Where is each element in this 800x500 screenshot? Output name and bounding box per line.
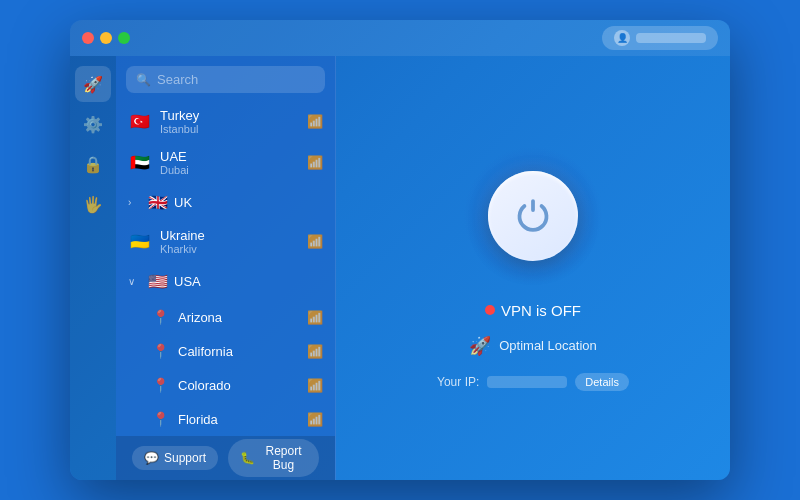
server-info-arizona: Arizona — [178, 310, 299, 325]
user-name-masked — [636, 33, 706, 43]
server-item-uk[interactable]: › 🇬🇧 UK — [120, 183, 331, 221]
ip-row: Your IP: Details — [437, 373, 629, 391]
search-icon: 🔍 — [136, 73, 151, 87]
bottom-bar: 💬 Support 🐛 Report Bug — [116, 436, 335, 480]
flag-uae: 🇦🇪 — [128, 151, 152, 175]
optimal-location[interactable]: 🚀 Optimal Location — [469, 335, 597, 357]
signal-icon-ukraine: 📶 — [307, 234, 323, 249]
server-item-turkey[interactable]: 🇹🇷 Turkey Istanbul 📶 — [120, 101, 331, 142]
optimal-label: Optimal Location — [499, 338, 597, 353]
ip-label: Your IP: — [437, 375, 479, 389]
app-window: 👤 🚀 ⚙️ 🔒 🖐 🔍 🇹🇷 Turkey — [70, 20, 730, 480]
server-name-uae: UAE — [160, 149, 299, 164]
user-badge[interactable]: 👤 — [602, 26, 718, 50]
server-info-uae: UAE Dubai — [160, 149, 299, 176]
search-box[interactable]: 🔍 — [126, 66, 325, 93]
flag-usa: 🇺🇸 — [146, 269, 170, 293]
window-controls — [82, 32, 130, 44]
minimize-button[interactable] — [100, 32, 112, 44]
signal-icon-california: 📶 — [307, 344, 323, 359]
city-name-arizona: Arizona — [178, 310, 299, 325]
server-city-uae: Dubai — [160, 164, 299, 176]
rocket-icon: 🚀 — [469, 335, 491, 357]
server-list: 🇹🇷 Turkey Istanbul 📶 🇦🇪 UAE Dubai 📶 — [116, 101, 335, 436]
pin-icon-california: 📍 — [150, 341, 170, 361]
status-dot — [485, 305, 495, 315]
report-bug-label: Report Bug — [260, 444, 307, 472]
city-name-colorado: Colorado — [178, 378, 299, 393]
ip-masked — [487, 376, 567, 388]
city-name-florida: Florida — [178, 412, 299, 427]
pin-icon-arizona: 📍 — [150, 307, 170, 327]
sidebar: 🚀 ⚙️ 🔒 🖐 — [70, 56, 116, 480]
report-bug-button[interactable]: 🐛 Report Bug — [228, 439, 319, 477]
server-name-usa: USA — [174, 274, 323, 289]
vpn-status: VPN is OFF — [485, 302, 581, 319]
support-icon: 💬 — [144, 451, 159, 465]
search-input[interactable] — [157, 72, 315, 87]
server-info-uk: UK — [174, 195, 323, 210]
support-button[interactable]: 💬 Support — [132, 446, 218, 470]
sub-item-colorado[interactable]: 📍 Colorado 📶 — [120, 368, 331, 402]
sidebar-item-servers[interactable]: 🚀 — [75, 66, 111, 102]
server-name-ukraine: Ukraine — [160, 228, 299, 243]
details-button[interactable]: Details — [575, 373, 629, 391]
server-item-uae[interactable]: 🇦🇪 UAE Dubai 📶 — [120, 142, 331, 183]
sub-item-california[interactable]: 📍 California 📶 — [120, 334, 331, 368]
flag-ukraine: 🇺🇦 — [128, 230, 152, 254]
pin-icon-colorado: 📍 — [150, 375, 170, 395]
server-city-ukraine: Kharkiv — [160, 243, 299, 255]
title-bar: 👤 — [70, 20, 730, 56]
sub-item-arizona[interactable]: 📍 Arizona 📶 — [120, 300, 331, 334]
signal-icon-uae: 📶 — [307, 155, 323, 170]
vpn-status-label: VPN is OFF — [501, 302, 581, 319]
flag-turkey: 🇹🇷 — [128, 110, 152, 134]
server-name-uk: UK — [174, 195, 323, 210]
chevron-usa: ∨ — [128, 276, 142, 287]
maximize-button[interactable] — [118, 32, 130, 44]
city-name-california: California — [178, 344, 299, 359]
signal-icon-arizona: 📶 — [307, 310, 323, 325]
server-info-california: California — [178, 344, 299, 359]
sub-item-florida[interactable]: 📍 Florida 📶 — [120, 402, 331, 436]
main-content: 🚀 ⚙️ 🔒 🖐 🔍 🇹🇷 Turkey Istanbul 📶 — [70, 56, 730, 480]
right-panel: VPN is OFF 🚀 Optimal Location Your IP: D… — [336, 56, 730, 480]
server-panel: 🔍 🇹🇷 Turkey Istanbul 📶 🇦🇪 — [116, 56, 336, 480]
server-info-colorado: Colorado — [178, 378, 299, 393]
close-button[interactable] — [82, 32, 94, 44]
support-label: Support — [164, 451, 206, 465]
power-button-container — [463, 146, 603, 286]
user-icon: 👤 — [614, 30, 630, 46]
server-info-florida: Florida — [178, 412, 299, 427]
power-icon — [515, 198, 551, 234]
sidebar-item-privacy[interactable]: 🔒 — [75, 146, 111, 182]
power-button[interactable] — [488, 171, 578, 261]
pin-icon-florida: 📍 — [150, 409, 170, 429]
server-info-usa: USA — [174, 274, 323, 289]
server-item-usa[interactable]: ∨ 🇺🇸 USA — [120, 262, 331, 300]
server-info-turkey: Turkey Istanbul — [160, 108, 299, 135]
signal-icon-colorado: 📶 — [307, 378, 323, 393]
server-item-ukraine[interactable]: 🇺🇦 Ukraine Kharkiv 📶 — [120, 221, 331, 262]
signal-icon-turkey: 📶 — [307, 114, 323, 129]
bug-icon: 🐛 — [240, 451, 255, 465]
server-info-ukraine: Ukraine Kharkiv — [160, 228, 299, 255]
chevron-uk: › — [128, 197, 142, 208]
sidebar-item-adblocker[interactable]: 🖐 — [75, 186, 111, 222]
sidebar-item-settings[interactable]: ⚙️ — [75, 106, 111, 142]
signal-icon-florida: 📶 — [307, 412, 323, 427]
server-name-turkey: Turkey — [160, 108, 299, 123]
flag-uk: 🇬🇧 — [146, 190, 170, 214]
server-city-turkey: Istanbul — [160, 123, 299, 135]
